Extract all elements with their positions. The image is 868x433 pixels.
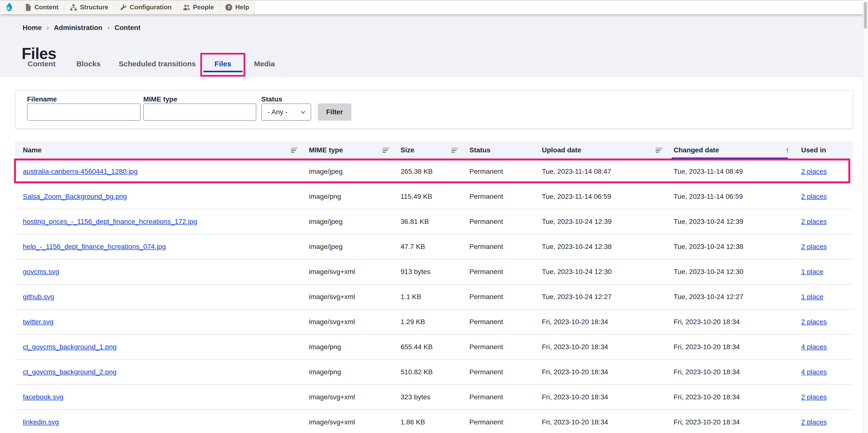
cell-status: Permanent [462,209,534,234]
cell-name: govcms.svg [15,259,301,284]
cell-changed-date: Fri, 2023-10-20 18:34 [666,309,793,335]
cell-size: 115.49 KB [393,184,462,209]
table-row: Salsa_Zoom_Background_bg.png image/png 1… [15,184,853,209]
toolbar-item-structure[interactable]: Structure [64,0,114,14]
breadcrumb-home-link[interactable]: Home [23,24,42,32]
file-name-link[interactable]: Salsa_Zoom_Background_bg.png [23,193,127,200]
table-row: australia-canberra-4560441_1280.jpg imag… [15,159,853,184]
vertical-scrollbar[interactable] [863,0,868,433]
file-name-link[interactable]: github.svg [23,293,54,301]
toolbar-item-people[interactable]: People [178,0,220,14]
cell-upload-date: Fri, 2023-10-20 18:34 [534,309,666,335]
file-name-link[interactable]: linkedin.svg [23,418,59,426]
column-header-name[interactable]: Name [15,141,301,159]
used-in-link[interactable]: 4 places [801,368,827,376]
breadcrumb-administration-link[interactable]: Administration [54,24,102,32]
cell-name: ct_govcms_background_1.png [15,335,301,360]
table-row: help_-_1156_dept_finance_hcreations_074.… [15,234,853,259]
toolbar-item-content[interactable]: Content [19,0,64,14]
cell-mime-type: image/svg+xml [301,259,393,284]
sort-ascending-arrow-icon[interactable]: ↑ [785,146,789,155]
active-tab-underline [204,71,243,72]
drupal-home-button[interactable] [0,0,19,14]
mime-type-input[interactable] [143,103,256,121]
file-name-link[interactable]: govcms.svg [23,268,59,276]
used-in-link[interactable]: 1 place [801,293,823,301]
cell-upload-date: Tue, 2023-11-14 06:59 [534,184,666,209]
file-name-link[interactable]: hosting_prices_-_1156_dept_finance_hcrea… [23,218,197,225]
used-in-link[interactable]: 4 places [801,343,827,351]
used-in-link[interactable]: 2 places [801,167,827,175]
sort-icon[interactable] [383,148,389,153]
cell-changed-date: Fri, 2023-10-20 18:34 [666,335,793,360]
toolbar-item-label: People [193,3,214,11]
column-header-size[interactable]: Size [393,141,462,159]
used-in-link[interactable]: 2 places [801,318,827,326]
filename-input[interactable] [27,103,141,121]
tab-blocks[interactable]: Blocks [76,60,100,68]
cell-used-in: 2 places [793,309,853,335]
column-header-changed-date[interactable]: Changed date ↑ [666,141,793,159]
file-name-link[interactable]: facebook.svg [23,393,63,401]
cell-size: 265.38 KB [393,159,462,184]
used-in-link[interactable]: 2 places [801,393,827,401]
cell-used-in: 2 places [793,384,853,410]
cell-upload-date: Tue, 2023-10-24 12:30 [534,259,666,284]
drupal-logo-icon [5,2,13,12]
cell-used-in: 4 places [793,360,853,384]
tab-media[interactable]: Media [254,60,275,68]
sort-icon[interactable] [656,148,662,153]
used-in-link[interactable]: 1 place [801,268,823,276]
cell-size: 36.81 KB [393,209,462,234]
cell-name: help_-_1156_dept_finance_hcreations_074.… [15,234,301,259]
cell-status: Permanent [462,159,534,184]
file-name-link[interactable]: australia-canberra-4560441_1280.jpg [23,167,137,175]
table-row: facebook.svg image/svg+xml 323 bytes Per… [15,384,853,410]
toolbar-item-help[interactable]: ? Help [220,0,255,14]
filename-label: Filename [27,95,57,103]
column-header-label: Size [401,146,414,154]
status-label: Status [261,95,282,103]
status-select-value: - Any - [268,108,287,116]
sort-icon[interactable] [291,148,298,153]
used-in-link[interactable]: 2 places [801,218,827,225]
file-name-link[interactable]: ct_govcms_background_2.png [23,368,117,376]
toolbar-item-configuration[interactable]: Configuration [114,0,178,14]
filter-button[interactable]: Filter [318,103,351,121]
cell-used-in: 2 places [793,184,853,209]
sorted-column-underline [672,157,788,159]
cell-changed-date: Tue, 2023-10-24 12:38 [666,234,793,259]
status-select[interactable]: - Any - [261,103,311,121]
toolbar-item-label: Help [235,3,249,11]
cell-mime-type: image/png [301,335,393,360]
used-in-link[interactable]: 2 places [801,418,827,426]
cell-mime-type: image/jpeg [301,234,393,259]
toolbar-item-label: Content [34,3,59,11]
scrollbar-thumb[interactable] [864,2,867,29]
cell-used-in: 2 places [793,159,853,184]
cell-changed-date: Fri, 2023-10-20 18:34 [666,360,793,384]
cell-changed-date: Fri, 2023-10-20 18:34 [666,384,793,410]
file-name-link[interactable]: twitter.svg [23,318,53,326]
sort-icon[interactable] [452,148,458,153]
used-in-link[interactable]: 2 places [801,243,827,250]
file-name-link[interactable]: help_-_1156_dept_finance_hcreations_074.… [23,243,166,250]
cell-name: australia-canberra-4560441_1280.jpg [15,159,301,184]
chevron-down-icon [300,109,306,115]
column-header-mime-type[interactable]: MIME type [301,141,393,159]
cell-mime-type: image/svg+xml [301,284,393,309]
used-in-link[interactable]: 2 places [801,193,827,200]
tab-files[interactable]: Files [215,60,231,68]
tab-scheduled-transitions[interactable]: Scheduled transitions [119,60,196,68]
cell-used-in: 1 place [793,284,853,309]
cell-status: Permanent [462,284,534,309]
cell-changed-date: Tue, 2023-11-14 08:49 [666,159,793,184]
help-icon: ? [225,4,232,11]
column-header-upload-date[interactable]: Upload date [534,141,666,159]
column-header-status: Status [462,141,534,159]
breadcrumb-content-link[interactable]: Content [115,24,141,32]
file-name-link[interactable]: ct_govcms_background_1.png [23,343,117,351]
cell-name: Salsa_Zoom_Background_bg.png [15,184,301,209]
tab-content[interactable]: Content [28,60,55,68]
cell-mime-type: image/svg+xml [301,410,393,433]
